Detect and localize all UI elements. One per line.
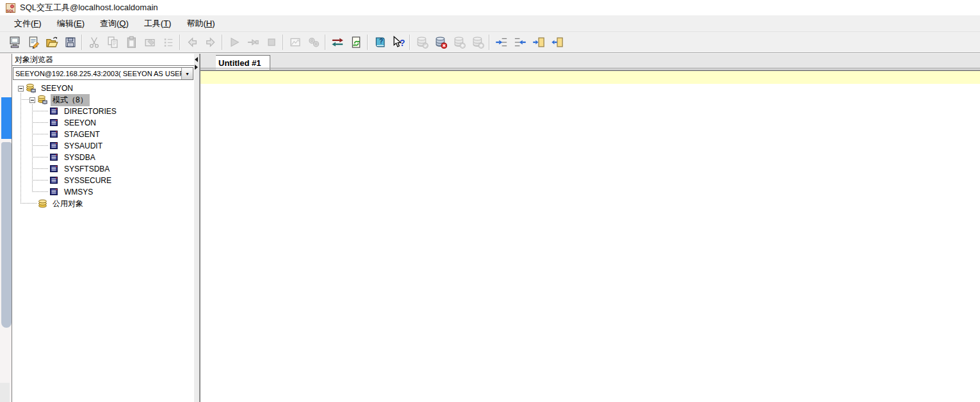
paste-icon <box>122 34 140 51</box>
tree-item--8-[interactable]: 模式（8） <box>12 94 194 106</box>
background-left-rail <box>0 0 12 402</box>
app-icon-dot <box>10 4 14 8</box>
open-file-icon[interactable] <box>42 34 61 51</box>
sql-editor[interactable] <box>200 71 980 402</box>
tree-item-wmsys[interactable]: WMSYS <box>12 186 194 198</box>
tab-untitled-1[interactable]: Untitled #1 <box>216 55 270 70</box>
menu-item[interactable]: 工具(T) <box>136 15 179 32</box>
refresh-icon[interactable] <box>347 34 365 51</box>
stop-icon <box>262 34 281 51</box>
tree-item-label: SYSFTSDBA <box>62 164 111 174</box>
tree-item-sysftsdba[interactable]: SYSFTSDBA <box>12 163 194 175</box>
context-help-icon[interactable] <box>389 34 407 51</box>
app-icon-text: SQL <box>6 9 14 13</box>
menu-item[interactable]: 帮助(H) <box>179 15 222 32</box>
help-book-icon[interactable] <box>370 34 389 51</box>
tree-connector <box>32 145 48 146</box>
new-connection-icon[interactable] <box>5 34 24 51</box>
tree-expander-minus[interactable] <box>29 97 35 103</box>
connection-select-value: SEEYON@192.168.225.43:2003( SEEYON AS US… <box>13 68 181 79</box>
query-plan-icon <box>286 34 304 51</box>
toolbar-separator <box>367 35 368 50</box>
toolbar-separator <box>222 35 223 50</box>
execute-icon <box>225 34 243 51</box>
toolbar-separator <box>179 35 181 50</box>
tree-item-sysdba[interactable]: SYSDBA <box>12 152 194 163</box>
collapse-left-icon[interactable] <box>195 57 198 62</box>
object-browser-panel: 对象浏览器 SEEYON@192.168.225.43:2003( SEEYON… <box>12 54 194 402</box>
editor-tab-bar: Untitled #1 <box>200 54 980 71</box>
tree-item-label: 公用对象 <box>51 198 85 210</box>
new-query-icon[interactable] <box>24 34 42 51</box>
clear-icon <box>140 34 159 51</box>
tree-item-sysaudit[interactable]: SYSAUDIT <box>12 140 194 152</box>
tree-expander-minus[interactable] <box>18 86 24 92</box>
tree-item--[interactable]: 公用对象 <box>12 198 194 209</box>
tree-connector <box>32 168 48 169</box>
tree-item-label: DIRECTORIES <box>62 106 118 117</box>
tree-connector <box>32 191 48 192</box>
indent-icon[interactable] <box>492 34 510 51</box>
collapse-right-icon[interactable] <box>195 65 198 70</box>
statistics-icon <box>304 34 323 51</box>
outdent-icon[interactable] <box>510 34 529 51</box>
toolbar-separator <box>325 35 326 50</box>
tab-label: Untitled #1 <box>218 58 261 68</box>
object-tree: SEEYON模式（8）DIRECTORIESSEEYONSTAGENTSYSAU… <box>12 81 194 209</box>
db-disconnect-icon[interactable] <box>431 34 450 51</box>
connection-select[interactable]: SEEYON@192.168.225.43:2003( SEEYON AS US… <box>13 67 193 80</box>
tree-item-label: SYSAUDIT <box>62 141 104 151</box>
tree-item-seeyon[interactable]: SEEYON <box>12 83 194 94</box>
schema-icon <box>49 152 60 163</box>
options-list-icon <box>159 34 177 51</box>
menu-item[interactable]: 文件(F) <box>6 15 49 32</box>
background-scrollbar-thumb[interactable] <box>1 142 12 328</box>
menu-bar: 文件(F)编辑(E)查询(Q)工具(T)帮助(H) <box>0 15 980 32</box>
tree-item-directories[interactable]: DIRECTORIES <box>12 106 194 117</box>
tree-connector <box>32 134 48 134</box>
menu-item[interactable]: 编辑(E) <box>49 15 92 32</box>
toolbar-separator <box>489 35 490 50</box>
menu-item[interactable]: 查询(Q) <box>92 15 136 32</box>
toolbar <box>0 32 980 53</box>
background-scrollbar-selection <box>1 97 12 139</box>
tree-spine <box>20 93 21 204</box>
schema-icon <box>49 129 60 140</box>
copy-icon <box>103 34 122 51</box>
tree-connector <box>20 99 29 100</box>
panel-splitter[interactable] <box>194 54 200 402</box>
app-icon: SQL <box>6 3 15 13</box>
schema-icon <box>49 106 60 117</box>
schema-icon <box>49 187 60 197</box>
forward-icon <box>201 34 220 51</box>
toolbar-separator <box>81 35 83 50</box>
tree-item-label: SYSDBA <box>62 152 97 163</box>
previous-document-icon[interactable] <box>548 34 566 51</box>
editor-active-line[interactable] <box>200 71 980 84</box>
save-icon[interactable] <box>61 34 79 51</box>
schema-icon <box>49 118 60 128</box>
db-plain-icon <box>37 198 48 209</box>
tree-connector <box>20 203 37 204</box>
tree-spine <box>32 104 33 192</box>
back-icon <box>183 34 201 51</box>
db-new-connection-icon <box>468 34 487 51</box>
tree-connector <box>32 122 48 123</box>
tree-item-seeyon[interactable]: SEEYON <box>12 117 194 129</box>
tree-item-label: SYSSECURE <box>62 175 113 186</box>
tree-item-syssecure[interactable]: SYSSECURE <box>12 175 194 186</box>
tree-item-stagent[interactable]: STAGENT <box>12 129 194 140</box>
tree-item-label: 模式（8） <box>51 94 90 106</box>
toolbar-separator <box>282 35 284 50</box>
tree-connector <box>32 180 48 181</box>
chevron-down-icon[interactable]: ▼ <box>181 68 193 79</box>
tree-item-label: WMSYS <box>62 187 95 197</box>
tree-item-label: STAGENT <box>62 129 102 140</box>
next-document-icon[interactable] <box>529 34 548 51</box>
commit-transaction-icon[interactable] <box>328 34 347 51</box>
db-commit-icon <box>412 34 431 51</box>
cut-icon <box>85 34 103 51</box>
db-connect-icon <box>450 34 468 51</box>
schema-icon <box>49 164 60 174</box>
tree-item-label: SEEYON <box>39 83 75 93</box>
